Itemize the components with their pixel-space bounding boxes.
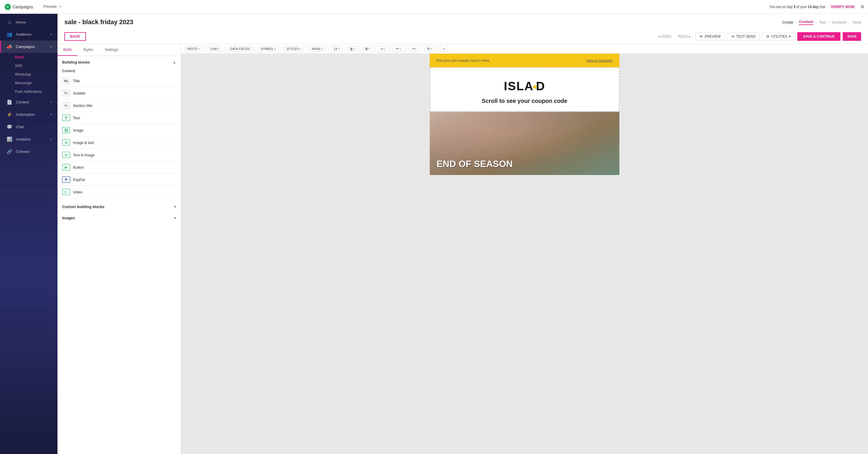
align-icon: ≡ — [380, 47, 382, 51]
logo-icon: ● — [5, 4, 11, 10]
sidebar-item-audience[interactable]: 👥 Audience ▾ — [0, 28, 58, 40]
block-subtitle[interactable]: H₂ Subtitle — [58, 87, 181, 99]
sidebar-item-campaigns[interactable]: 📣 Campaigns ▾ — [0, 40, 58, 53]
paste-button[interactable]: PASTE ▾ — [185, 46, 202, 52]
sidebar-label-automation: Automation — [16, 112, 35, 117]
sidebar-label-home: Home — [16, 20, 26, 25]
sidebar-item-content[interactable]: 📄 Content ▾ — [0, 96, 58, 108]
sidebar-sub-sms[interactable]: SMS — [15, 62, 58, 70]
preheader-text[interactable]: Put your pre-header text in here. — [437, 58, 490, 63]
redo-button[interactable]: REDO ▸ — [676, 33, 693, 40]
panel-content: Building blocks ▲ Content H₁ Title H₂ Su… — [58, 56, 181, 454]
step-sep-2: › — [815, 20, 816, 25]
block-image-text-label: Image & text — [73, 140, 94, 145]
block-image[interactable]: 🖼 Image — [58, 124, 181, 136]
block-video[interactable]: ▷ Video — [58, 186, 181, 198]
align-button[interactable]: ≡ ▾ — [378, 46, 387, 52]
sidebar-label-connect: Connect — [16, 150, 30, 154]
video-icon: ▷ — [62, 189, 70, 195]
connect-icon: 🔗 — [7, 149, 12, 154]
step-contacts[interactable]: Contacts — [832, 20, 846, 25]
block-text-image[interactable]: ⊟ Text & image — [58, 149, 181, 161]
sidebar-item-home[interactable]: ⌂ Home — [0, 16, 58, 28]
sidebar-item-automation[interactable]: ⚡ Automation ▾ — [0, 108, 58, 121]
email-preheader: Put your pre-header text in here. View i… — [430, 54, 619, 67]
step-create[interactable]: Create — [782, 20, 793, 25]
image-text-icon: ⊞ — [62, 139, 70, 146]
images-chevron-icon[interactable]: ▾ — [174, 216, 176, 220]
utilities-button[interactable]: ⚙ UTILITIES ▾ — [762, 32, 795, 40]
campaign-steps: Create › Content › Test › Contacts › Sen… — [782, 20, 861, 25]
font-chevron-icon: ▾ — [321, 47, 323, 50]
sidebar-item-connect[interactable]: 🔗 Connect — [0, 145, 58, 158]
block-section-title[interactable]: H₃ Section title — [58, 99, 181, 112]
verify-now-link[interactable]: VERIFY NOW — [831, 5, 855, 9]
block-button[interactable]: ▶ Button — [58, 161, 181, 173]
test-send-button[interactable]: ✉ TEST SEND — [727, 32, 760, 40]
tab-build[interactable]: Build — [58, 44, 77, 56]
step-test[interactable]: Test — [819, 20, 826, 25]
app-logo[interactable]: ● Campaigns — [3, 4, 38, 10]
text-color-button[interactable]: A ▾ — [348, 46, 358, 52]
block-paypal[interactable]: P PayPal — [58, 173, 181, 186]
block-button-label: Button — [73, 165, 84, 169]
sidebar-label-chat: Chat — [16, 125, 24, 129]
font-color-icon: A — [350, 47, 353, 51]
trial-banner: You are on day 3 of your 14 day trial — [769, 5, 825, 9]
save-continue-button[interactable]: SAVE & CONTINUE — [797, 32, 840, 41]
table-button[interactable]: ⊞ ▾ — [425, 46, 435, 52]
block-title[interactable]: H₁ Title — [58, 75, 181, 87]
bold-icon: B — [365, 47, 368, 51]
preview-button[interactable]: 👁 PREVIEW — [695, 32, 725, 40]
sidebar-item-analytics[interactable]: 📊 Analytics ▾ — [0, 133, 58, 145]
campaigns-label: Campaigns — [13, 5, 33, 9]
font-selector[interactable]: ARIAL ▾ — [309, 46, 326, 52]
content-icon: 📄 — [7, 99, 12, 105]
preview-tab[interactable]: Preview ✕ — [39, 0, 66, 13]
toolbar-sep-10 — [390, 46, 390, 52]
view-in-browser-link[interactable]: View in browser — [586, 58, 613, 63]
toolbar-sep-1 — [205, 46, 205, 52]
panel-tabs: Build Styles Settings — [58, 44, 181, 56]
styles-button[interactable]: STYLES ▾ — [284, 46, 304, 52]
top-bar: ● Campaigns Preview ✕ You are on day 3 o… — [0, 0, 868, 14]
building-blocks-header: Building blocks ▲ — [58, 56, 181, 67]
content-area: sale - black friday 2023 Create › Conten… — [58, 14, 868, 454]
sidebar-sub-messenger[interactable]: Messenger — [15, 79, 58, 87]
step-content[interactable]: Content — [799, 20, 813, 25]
block-paypal-label: PayPal — [73, 177, 85, 182]
list-button[interactable]: ≔ ▾ — [393, 46, 404, 52]
symbol-button[interactable]: SYMBOL ▾ — [258, 46, 279, 52]
step-send[interactable]: Send — [852, 20, 861, 25]
link-button[interactable]: LINK ▾ — [208, 46, 222, 52]
block-text[interactable]: T Text — [58, 112, 181, 124]
undo-button[interactable]: ◂ UNDO — [656, 33, 674, 40]
sidebar-sub-whatsapp[interactable]: WhatsApp — [15, 70, 58, 79]
custom-blocks-chevron-icon[interactable]: ▾ — [174, 204, 176, 209]
main-layout: ⌂ Home 👥 Audience ▾ 📣 Campaigns ▾ Email … — [0, 14, 868, 454]
font-size-selector[interactable]: 14 ▾ — [331, 46, 342, 52]
close-tab-icon[interactable]: ✕ — [59, 5, 62, 9]
tab-styles[interactable]: Styles — [77, 44, 99, 56]
toolbar-sep-12 — [422, 46, 422, 52]
paste-chevron-icon: ▾ — [198, 47, 199, 50]
indent-button[interactable]: ⇥ ▾ — [409, 46, 419, 52]
save-button[interactable]: SAVE — [843, 32, 861, 41]
building-blocks-chevron-icon[interactable]: ▲ — [173, 60, 176, 64]
test-send-icon: ✉ — [732, 34, 734, 38]
block-image-text[interactable]: ⊞ Image & text — [58, 136, 181, 149]
sidebar-sub-push[interactable]: Push notifications — [15, 87, 58, 96]
data-fields-button[interactable]: DATA FIELDS — [228, 46, 253, 52]
table-icon: ⊞ — [427, 47, 430, 51]
sidebar-nav: ⌂ Home 👥 Audience ▾ 📣 Campaigns ▾ Email … — [0, 14, 58, 454]
image-format-button[interactable]: ▭ — [440, 46, 448, 52]
sidebar-sub-email[interactable]: Email — [15, 53, 58, 62]
sidebar-item-chat[interactable]: 💬 Chat — [0, 121, 58, 133]
close-window-icon[interactable]: ✕ — [860, 4, 865, 10]
logo-dot — [533, 85, 537, 89]
tab-settings[interactable]: Settings — [99, 44, 124, 56]
back-button[interactable]: BACK — [64, 32, 86, 41]
canvas-area: PASTE ▾ LINK ▾ DATA FIELDS SYMBOL ▾ — [181, 44, 868, 454]
bold-button[interactable]: B ▾ — [363, 46, 372, 52]
email-frame: Put your pre-header text in here. View i… — [430, 54, 619, 175]
